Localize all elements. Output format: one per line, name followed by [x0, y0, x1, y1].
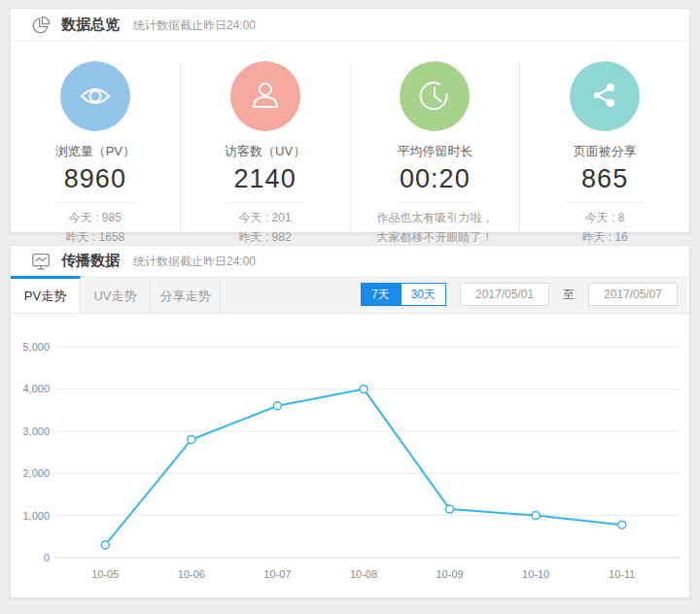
stat-card-pv: 浏览量（PV） 8960 今天 : 985 昨天 : 1658 [11, 61, 181, 232]
pv-label: 浏览量（PV） [11, 143, 180, 160]
share-value: 865 [520, 164, 689, 194]
overview-subtitle: 统计数据截止昨日24:00 [133, 16, 256, 34]
spread-subtitle: 统计数据截止昨日24:00 [133, 252, 256, 270]
svg-text:2,000: 2,000 [22, 467, 50, 479]
stats-row: 浏览量（PV） 8960 今天 : 985 昨天 : 1658 访客数（UV） … [11, 42, 689, 232]
divider [396, 202, 473, 203]
svg-text:10-06: 10-06 [178, 568, 205, 580]
duration-value: 00:20 [351, 164, 520, 194]
stat-card-share: 页面被分享 865 今天 : 8 昨天 : 16 [520, 61, 689, 232]
svg-text:3,000: 3,000 [22, 426, 50, 437]
duration-label: 平均停留时长 [351, 143, 520, 160]
user-icon [244, 75, 287, 118]
svg-text:4,000: 4,000 [22, 383, 50, 394]
svg-text:10-05: 10-05 [91, 568, 119, 580]
overview-panel: 数据总览 统计数据截止昨日24:00 浏览量（PV） 8960 今天 : 985… [10, 8, 690, 233]
pv-value: 8960 [11, 164, 180, 194]
pie-chart-icon [30, 15, 52, 36]
svg-text:5,000: 5,000 [22, 341, 50, 353]
share-icon [583, 75, 626, 118]
trend-monitor-icon [30, 251, 52, 272]
share-label: 页面被分享 [520, 143, 689, 160]
pv-circle [60, 61, 130, 131]
svg-text:10-08: 10-08 [350, 568, 377, 580]
divider [227, 202, 304, 203]
range-30days-button[interactable]: 30天 [401, 283, 446, 306]
svg-text:1,000: 1,000 [22, 510, 50, 522]
share-today: 今天 : 8 [520, 209, 689, 228]
tab-pv-trend[interactable]: PV走势 [11, 276, 81, 313]
overview-header: 数据总览 统计数据截止昨日24:00 [11, 9, 689, 42]
svg-text:10-09: 10-09 [437, 568, 464, 580]
chart-area: 01,0002,0003,0004,0005,00010-0510-0610-0… [11, 314, 691, 599]
range-7days-button[interactable]: 7天 [361, 283, 401, 306]
duration-note-1: 作品也太有吸引力啦， [351, 209, 520, 228]
spread-panel: 传播数据 统计数据截止昨日24:00 PV走势 UV走势 分享走势 7天 30天… [10, 245, 690, 598]
uv-today: 今天 : 201 [181, 209, 350, 228]
tab-share-trend[interactable]: 分享走势 [151, 276, 221, 313]
eye-icon [74, 75, 117, 118]
range-controls: 7天 30天 至 [361, 276, 689, 313]
uv-circle [230, 61, 300, 131]
date-to-input[interactable] [588, 283, 678, 306]
stat-card-uv: 访客数（UV） 2140 今天 : 201 昨天 : 982 [181, 61, 351, 232]
spread-header: 传播数据 统计数据截止昨日24:00 [11, 246, 689, 276]
duration-circle [400, 61, 470, 131]
svg-text:10-07: 10-07 [263, 568, 291, 580]
svg-text:10-11: 10-11 [609, 568, 635, 580]
uv-label: 访客数（UV） [181, 143, 350, 160]
divider [566, 202, 644, 203]
spread-title: 传播数据 [61, 252, 120, 270]
svg-text:10-10: 10-10 [522, 568, 549, 580]
pv-today: 今天 : 985 [11, 209, 180, 228]
trend-tab-bar: PV走势 UV走势 分享走势 7天 30天 至 [11, 276, 689, 314]
clock-icon [413, 75, 456, 118]
overview-title: 数据总览 [61, 16, 120, 34]
svg-text:0: 0 [44, 552, 50, 563]
date-range-separator: 至 [563, 287, 575, 303]
uv-value: 2140 [181, 164, 350, 194]
tab-uv-trend[interactable]: UV走势 [81, 276, 151, 313]
date-from-input[interactable] [460, 283, 549, 306]
share-circle [570, 61, 640, 131]
pv-trend-chart: 01,0002,0003,0004,0005,00010-0510-0610-0… [11, 314, 691, 599]
divider [56, 202, 134, 203]
stat-card-duration: 平均停留时长 00:20 作品也太有吸引力啦， 大家都移不开眼睛了！ [351, 61, 521, 232]
